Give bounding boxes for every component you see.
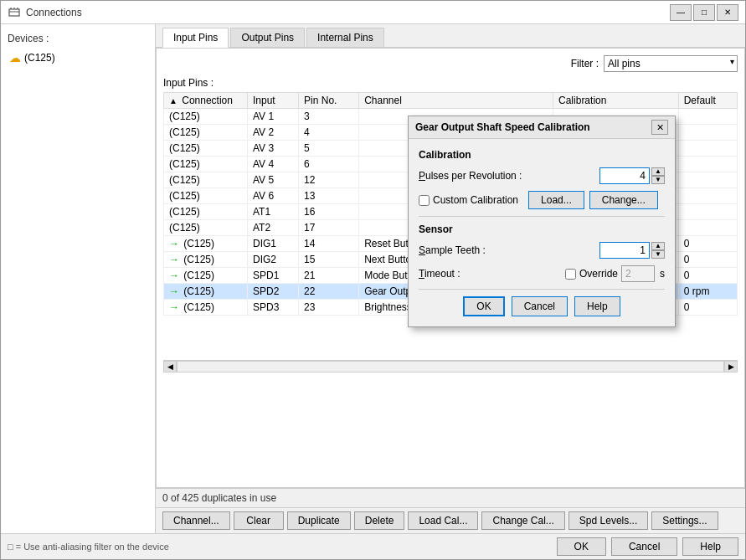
tab-input-pins[interactable]: Input Pins xyxy=(162,28,229,48)
load-button[interactable]: Load... xyxy=(528,191,584,209)
sample-teeth-spinner: ▲ ▼ xyxy=(651,242,665,259)
status-text: 0 of 425 duplicates in use xyxy=(162,492,276,504)
cell-default xyxy=(678,141,737,157)
cell-connection: → (C125) xyxy=(164,300,248,316)
tab-internal-pins[interactable]: Internal Pins xyxy=(306,28,384,47)
col-input[interactable]: Input xyxy=(248,93,299,109)
load-cal-button[interactable]: Load Cal... xyxy=(408,511,478,530)
minimize-button[interactable]: — xyxy=(670,4,692,21)
tab-output-pins[interactable]: Output Pins xyxy=(230,28,305,47)
main-window: Connections — □ ✕ Devices : ☁ (C125) Inp… xyxy=(0,0,746,560)
filter-select-wrapper: All pins Connected pins Unconnected pins xyxy=(604,55,738,72)
dialog-close-button[interactable]: ✕ xyxy=(651,120,668,135)
change-cal-button[interactable]: Change Cal... xyxy=(481,511,564,530)
pulses-row: Pulses per Revolution : ▲ ▼ xyxy=(419,167,665,184)
sidebar: Devices : ☁ (C125) xyxy=(1,24,156,533)
delete-button[interactable]: Delete xyxy=(354,511,405,530)
scroll-track[interactable] xyxy=(177,361,724,372)
col-default[interactable]: Default xyxy=(678,93,737,109)
override-row: Override s xyxy=(565,265,665,282)
cell-default xyxy=(678,188,737,204)
dialog-content: Calibration Pulses per Revolution : ▲ ▼ xyxy=(409,139,675,326)
scroll-left-btn[interactable]: ◀ xyxy=(163,361,177,372)
spd-levels-button[interactable]: Spd Levels... xyxy=(569,511,648,530)
horizontal-scrollbar[interactable]: ◀ ▶ xyxy=(163,360,738,372)
dialog-ok-button[interactable]: OK xyxy=(463,296,504,316)
cell-input: AV 1 xyxy=(248,109,299,125)
cell-input: SPD2 xyxy=(248,284,299,300)
cell-pin_no: 4 xyxy=(299,125,359,141)
sample-teeth-down-btn[interactable]: ▼ xyxy=(651,250,665,259)
pulses-input[interactable] xyxy=(599,167,650,184)
col-pin-no[interactable]: Pin No. xyxy=(299,93,359,109)
sensor-section-label: Sensor xyxy=(419,223,665,235)
change-button[interactable]: Change... xyxy=(589,191,658,209)
sidebar-item-c125[interactable]: ☁ (C125) xyxy=(4,49,152,66)
timeout-input[interactable] xyxy=(621,265,655,282)
svg-rect-0 xyxy=(9,9,19,16)
title-bar: Connections — □ ✕ xyxy=(1,1,745,24)
content-area: Filter : All pins Connected pins Unconne… xyxy=(156,48,745,488)
sample-teeth-up-btn[interactable]: ▲ xyxy=(651,242,665,250)
dialog-help-button[interactable]: Help xyxy=(574,296,620,316)
channel-button[interactable]: Channel... xyxy=(162,511,230,530)
cell-pin_no: 6 xyxy=(299,157,359,172)
cell-input: AV 3 xyxy=(248,141,299,157)
pulses-label: Pulses per Revolution : xyxy=(419,170,599,182)
override-checkbox[interactable] xyxy=(565,269,576,280)
cell-connection: (C125) xyxy=(164,125,248,141)
main-content: Devices : ☁ (C125) Input Pins Output Pin… xyxy=(1,24,745,533)
dialog-title-bar: Gear Output Shaft Speed Calibration ✕ xyxy=(409,116,675,139)
cell-pin_no: 3 xyxy=(299,109,359,125)
duplicate-button[interactable]: Duplicate xyxy=(287,511,351,530)
cell-pin_no: 16 xyxy=(299,204,359,220)
footer-buttons: OK Cancel Help xyxy=(557,537,738,556)
window-title: Connections xyxy=(26,7,670,18)
dialog-cancel-button[interactable]: Cancel xyxy=(512,296,568,316)
close-button[interactable]: ✕ xyxy=(717,4,738,21)
cell-connection: → (C125) xyxy=(164,268,248,284)
cell-pin_no: 5 xyxy=(299,141,359,157)
cell-default: 0 xyxy=(678,236,737,252)
status-bar: 0 of 425 duplicates in use xyxy=(156,488,745,507)
cell-input: DIG2 xyxy=(248,252,299,268)
override-label: Override xyxy=(579,268,618,280)
clear-button[interactable]: Clear xyxy=(234,511,284,530)
cell-pin_no: 12 xyxy=(299,172,359,188)
cell-input: AV 2 xyxy=(248,125,299,141)
cell-pin_no: 21 xyxy=(299,268,359,284)
filter-select[interactable]: All pins Connected pins Unconnected pins xyxy=(604,55,738,72)
cell-connection: → (C125) xyxy=(164,236,248,252)
scroll-right-btn[interactable]: ▶ xyxy=(724,361,738,372)
right-panel: Input Pins Output Pins Internal Pins Fil… xyxy=(156,24,745,533)
sample-teeth-input[interactable] xyxy=(599,242,650,259)
cell-default xyxy=(678,125,737,141)
cell-default xyxy=(678,204,737,220)
dialog-title: Gear Output Shaft Speed Calibration xyxy=(415,121,590,133)
cell-default xyxy=(678,172,737,188)
footer-ok-button[interactable]: OK xyxy=(557,537,606,556)
col-connection[interactable]: ▲ Connection xyxy=(164,93,248,109)
pulses-label-text: Pulses per Revolution : xyxy=(419,170,522,182)
pulses-down-btn[interactable]: ▼ xyxy=(651,176,665,184)
timeout-row: Timeout : Override s xyxy=(419,265,665,282)
custom-calibration-checkbox[interactable] xyxy=(419,195,430,206)
footer-cancel-button[interactable]: Cancel xyxy=(611,537,677,556)
cell-default: 0 xyxy=(678,300,737,316)
cell-pin_no: 15 xyxy=(299,252,359,268)
maximize-button[interactable]: □ xyxy=(693,4,715,21)
footer-help-button[interactable]: Help xyxy=(682,537,738,556)
pulses-spinner: ▲ ▼ xyxy=(651,167,665,184)
cloud-icon: ☁ xyxy=(9,51,21,64)
pulses-up-btn[interactable]: ▲ xyxy=(651,167,665,176)
cell-default xyxy=(678,220,737,236)
app-icon xyxy=(8,6,21,19)
timeout-unit: s xyxy=(660,268,665,280)
dialog-buttons: OK Cancel Help xyxy=(419,296,665,316)
cell-pin_no: 23 xyxy=(299,300,359,316)
col-calibration[interactable]: Calibration xyxy=(553,93,679,109)
settings-button[interactable]: Settings... xyxy=(651,511,718,530)
cell-connection: (C125) xyxy=(164,172,248,188)
sample-teeth-row: Sample Teeth : ▲ ▼ xyxy=(419,242,665,259)
col-channel[interactable]: Channel xyxy=(359,93,553,109)
